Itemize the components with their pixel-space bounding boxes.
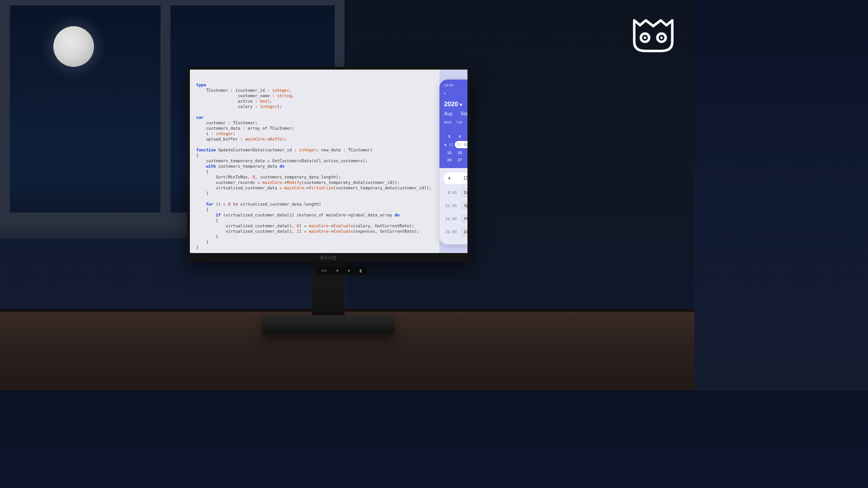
calendar-day[interactable]: 27 <box>455 156 465 164</box>
month-tab[interactable]: Aug <box>444 111 452 117</box>
task-row: 21: 00Spanish lessons✓ <box>444 201 467 211</box>
calendar-day[interactable]: 14 <box>462 142 467 147</box>
monitor-brand: BenQ <box>321 255 337 260</box>
task-time: 21: 00 <box>444 203 457 208</box>
prev-week-icon[interactable]: ◂ <box>443 142 447 147</box>
calendar-day[interactable]: 6 <box>455 133 465 140</box>
mic-icon: ▮ <box>359 268 362 273</box>
calendar-day[interactable]: 20 <box>455 149 465 156</box>
svg-point-3 <box>660 37 663 39</box>
task-row: 21: 00Playing tennis✓ <box>444 214 467 224</box>
chevron-down-icon[interactable]: ▾ <box>460 102 462 107</box>
calendar-day[interactable] <box>455 126 465 133</box>
calendar-day[interactable]: 12 <box>447 142 455 147</box>
phone-status-bar: 12:35 ▲ ▇ ▇ <box>444 83 467 87</box>
calendar-day[interactable]: 28 <box>465 156 467 164</box>
svg-point-2 <box>644 37 646 39</box>
month-tabs[interactable]: AugSeptOctNovDec <box>444 111 467 117</box>
calendar-day[interactable]: 21 <box>465 149 467 156</box>
selected-date: 15 October 2020 <box>463 176 467 181</box>
code-editor-pane: type TCustomer : {customer_id : integer,… <box>190 70 439 253</box>
calendar-day[interactable] <box>465 126 467 133</box>
calendar-grid[interactable]: 1234567891011◂12131415161718▸19202122232… <box>444 126 467 164</box>
calendar-day[interactable]: 19 <box>444 149 454 156</box>
calendar-day[interactable] <box>444 126 454 133</box>
app-title: To-do list <box>446 90 467 96</box>
day-of-week-row: MONTUEWEDTHUFRISATSUN <box>444 121 467 124</box>
task-label[interactable]: Spanish lessons <box>460 201 467 211</box>
task-time: 9: 00 <box>444 190 457 195</box>
month-tab[interactable]: Sept <box>461 111 467 117</box>
status-time: 12:35 <box>444 83 453 87</box>
task-row: 9: 00Do exercises✓ <box>444 188 467 197</box>
task-row: 21: 00Dinner with Catherine <box>444 227 467 237</box>
phone-header: 12:35 ▲ ▇ ▇ ‹ To-do list ⚙ 2020 ▾ 🔍 🔔 <box>439 80 467 168</box>
year-label[interactable]: 2020 <box>444 100 458 108</box>
moon <box>53 26 94 67</box>
monitor-base <box>262 315 394 333</box>
date-header-row: + 15 October 2020 ⋮ <box>444 173 467 184</box>
owl-logo-icon <box>628 15 678 54</box>
code-icon: </> <box>321 268 327 273</box>
phone-preview-pane: 12:35 ▲ ▇ ▇ ‹ To-do list ⚙ 2020 ▾ 🔍 🔔 <box>439 70 467 253</box>
dot-icon: ● <box>336 268 338 273</box>
task-label[interactable]: Do exercises <box>460 188 467 197</box>
calendar-day[interactable]: 5 <box>444 133 454 140</box>
calendar-day[interactable]: 7 <box>465 133 467 140</box>
task-time: 21: 00 <box>444 230 457 234</box>
task-label[interactable]: Playing tennis <box>460 214 467 224</box>
code-block: type TCustomer : {customer_id : integer,… <box>196 82 431 253</box>
phone-body: + 15 October 2020 ⋮ 9: 00Do exercises✓21… <box>439 168 467 244</box>
dot-icon: ● <box>348 268 350 273</box>
task-time: 21: 00 <box>444 216 457 221</box>
calendar-day[interactable]: 13 <box>455 142 462 147</box>
phone-mockup: 12:35 ▲ ▇ ▇ ‹ To-do list ⚙ 2020 ▾ 🔍 🔔 <box>439 80 467 244</box>
monitor-control-bar: </> ● ● ▮ <box>316 267 366 275</box>
task-label[interactable]: Dinner with Catherine <box>460 227 467 237</box>
monitor: BenQ type TCustomer : {customer_id : int… <box>187 67 470 262</box>
screen: type TCustomer : {customer_id : integer,… <box>190 70 467 253</box>
add-icon[interactable]: + <box>448 176 451 181</box>
task-list: 9: 00Do exercises✓21: 00Spanish lessons✓… <box>444 188 467 237</box>
calendar-day[interactable]: 26 <box>444 156 454 164</box>
